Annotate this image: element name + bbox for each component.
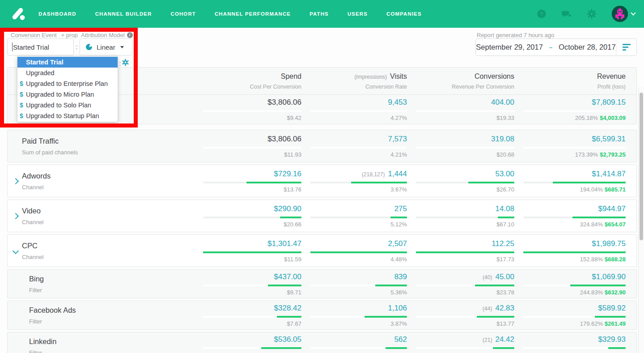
table-row-facebook-ads[interactable]: Facebook Ads Filter $328.42 $7.67 1,106 … bbox=[8, 301, 636, 329]
proportion-bar bbox=[203, 217, 301, 218]
proportion-bar bbox=[310, 110, 407, 112]
proportion-bar bbox=[203, 285, 301, 286]
settings-gear-icon[interactable] bbox=[122, 59, 129, 66]
column-header-visits[interactable]: (Impressions)Visits Conversion Rate bbox=[310, 72, 407, 90]
proportion-bar bbox=[523, 347, 626, 349]
visits-cell: 7,573 4.21% bbox=[310, 135, 407, 158]
table-row-bing[interactable]: Bing Filter $437.00 $9.71 839 5.36% (40)… bbox=[8, 270, 636, 298]
table-row-paid-traffic[interactable]: Paid Traffic Sum of paid channels $3,806… bbox=[8, 130, 636, 162]
proportion-bar bbox=[203, 110, 301, 112]
spend-cell: $3,806.06 $11.93 bbox=[203, 135, 301, 158]
dollar-icon: $ bbox=[20, 91, 26, 98]
proportion-bar bbox=[416, 147, 514, 149]
proportion-bar bbox=[523, 110, 626, 112]
app-logo-icon[interactable] bbox=[9, 5, 27, 23]
spend-cell: $729.16 $13.76 bbox=[203, 170, 301, 193]
spend-cell: $290.90 $20.66 bbox=[203, 204, 301, 228]
revenue-cell: $589.92 179.62%$261.49 bbox=[523, 304, 626, 327]
conversions-cell: 112.25 $17.73 bbox=[416, 239, 514, 263]
spend-cell: $3,806.06 $9.42 bbox=[203, 98, 301, 121]
proportion-bar bbox=[310, 182, 407, 183]
column-header-spend[interactable]: Spend Cost Per Conversion bbox=[203, 72, 301, 90]
proportion-bar bbox=[416, 182, 514, 183]
conversion-event-input[interactable]: Started Trial bbox=[7, 38, 74, 55]
date-filter-icon[interactable] bbox=[616, 39, 636, 55]
nav-item-users[interactable]: USERS bbox=[347, 11, 368, 17]
chat-icon[interactable] bbox=[562, 9, 572, 19]
proportion-bar bbox=[203, 316, 301, 318]
revenue-cell: $1,414.87 194.04%$685.71 bbox=[523, 170, 626, 193]
dropdown-item[interactable]: $Upgraded to Micro Plan bbox=[17, 89, 118, 100]
proportion-bar bbox=[203, 347, 301, 349]
dropdown-item[interactable]: Started Trial bbox=[17, 57, 118, 68]
visits-cell: 562 4.34% bbox=[310, 335, 407, 353]
revenue-cell: $6,599.31 173.39%$2,793.25 bbox=[523, 135, 626, 158]
spend-cell: $437.00 $9.71 bbox=[203, 272, 301, 296]
conversions-cell: (40)45.00 $23.78 bbox=[416, 272, 514, 296]
visits-cell: (218,127)1,444 3.67% bbox=[310, 170, 407, 193]
dollar-icon: $ bbox=[20, 102, 26, 109]
visits-cell: 275 5.12% bbox=[310, 204, 407, 228]
text-cursor bbox=[12, 43, 13, 51]
scrollbar-track[interactable] bbox=[638, 87, 644, 353]
proportion-bar bbox=[416, 285, 514, 286]
gear-icon[interactable] bbox=[587, 9, 597, 19]
help-icon[interactable]: ? bbox=[537, 9, 547, 19]
separator-colon: : bbox=[119, 60, 121, 67]
table-row-adwords[interactable]: Adwords Channel $729.16 $13.76 (218,127)… bbox=[8, 165, 636, 197]
proportion-bar bbox=[523, 182, 626, 183]
user-menu[interactable] bbox=[612, 6, 635, 22]
nav-item-paths[interactable]: PATHS bbox=[309, 11, 329, 17]
conversion-event-label: Conversion Event+ prop bbox=[11, 32, 78, 38]
column-header-revenue[interactable]: Revenue Profit (loss) bbox=[523, 72, 626, 90]
page-content: Conversion Event+ prop Started Trial : A… bbox=[0, 28, 644, 353]
proportion-bar bbox=[310, 251, 407, 253]
nav-item-companies[interactable]: COMPANIES bbox=[386, 11, 422, 17]
nav-item-dashboard[interactable]: DASHBOARD bbox=[38, 11, 76, 17]
date-range-picker[interactable]: September 29, 2017 – October 28, 2017 bbox=[475, 38, 637, 56]
avatar[interactable] bbox=[612, 6, 628, 22]
spend-cell: $1,301.47 $11.59 bbox=[203, 239, 301, 263]
scrollbar-thumb[interactable] bbox=[640, 93, 643, 240]
proportion-bar bbox=[416, 347, 514, 349]
nav-item-channel-performance[interactable]: CHANNEL PERFORMANCE bbox=[215, 11, 291, 17]
proportion-bar bbox=[416, 251, 514, 253]
revenue-cell: $1,069.90 244.83%$632.90 bbox=[523, 272, 626, 296]
attribution-model-label: Attribution Model i bbox=[81, 32, 133, 38]
info-icon[interactable]: i bbox=[127, 32, 133, 38]
table-row-video[interactable]: Video Channel $290.90 $20.66 275 5.12% 1… bbox=[8, 200, 636, 232]
dollar-icon: $ bbox=[20, 80, 26, 87]
dropdown-item[interactable]: $Upgraded to Startup Plan bbox=[17, 111, 118, 121]
chevron-down-icon bbox=[631, 10, 636, 15]
visits-cell: 9,453 4.27% bbox=[310, 98, 407, 121]
proportion-bar bbox=[416, 110, 514, 112]
dropdown-item[interactable]: $Upgraded to Enterprise Plan bbox=[17, 78, 118, 89]
expand-chevron-icon[interactable] bbox=[13, 178, 19, 184]
dropdown-item[interactable]: Upgraded bbox=[17, 68, 118, 78]
expand-chevron-icon[interactable] bbox=[13, 247, 19, 254]
expand-chevron-icon[interactable] bbox=[13, 213, 19, 219]
nav-item-channel-builder[interactable]: CHANNEL BUILDER bbox=[95, 11, 152, 17]
visits-cell: 839 5.36% bbox=[310, 272, 407, 296]
visits-cell: 2,507 4.48% bbox=[310, 239, 407, 263]
date-start: September 29, 2017 bbox=[476, 43, 543, 51]
caret-down-icon bbox=[120, 46, 124, 48]
proportion-bar bbox=[310, 316, 407, 318]
table-row-cpc[interactable]: CPC Channel $1,301.47 $11.59 2,507 4.48%… bbox=[8, 235, 636, 267]
revenue-cell: $329.93 61.55%-$206.12 bbox=[523, 335, 626, 353]
proportion-bar bbox=[523, 251, 626, 253]
proportion-bar bbox=[416, 316, 514, 318]
conversions-cell: 14.08 $67.10 bbox=[416, 204, 514, 228]
table-row-linkedin[interactable]: Linkedin Filter $536.05 $21.95 562 4.34%… bbox=[8, 332, 636, 353]
dropdown-item[interactable]: $Upgraded to Solo Plan bbox=[17, 100, 118, 111]
conversions-cell: (21)24.42 $13.51 bbox=[416, 335, 514, 353]
nav-menu: DASHBOARD CHANNEL BUILDER COHORT CHANNEL… bbox=[38, 11, 422, 17]
proportion-bar bbox=[523, 217, 626, 218]
visits-cell: 1,106 3.87% bbox=[310, 304, 407, 327]
spend-cell: $536.05 $21.95 bbox=[203, 335, 301, 353]
attribution-model-select[interactable]: Linear bbox=[80, 38, 132, 55]
report-generated-caption: Report generated 7 hours ago bbox=[477, 32, 554, 38]
add-prop-button[interactable]: + prop bbox=[61, 32, 78, 38]
nav-item-cohort[interactable]: COHORT bbox=[170, 11, 195, 17]
column-header-conversions[interactable]: Conversions Revenue Per Conversion bbox=[416, 72, 514, 90]
